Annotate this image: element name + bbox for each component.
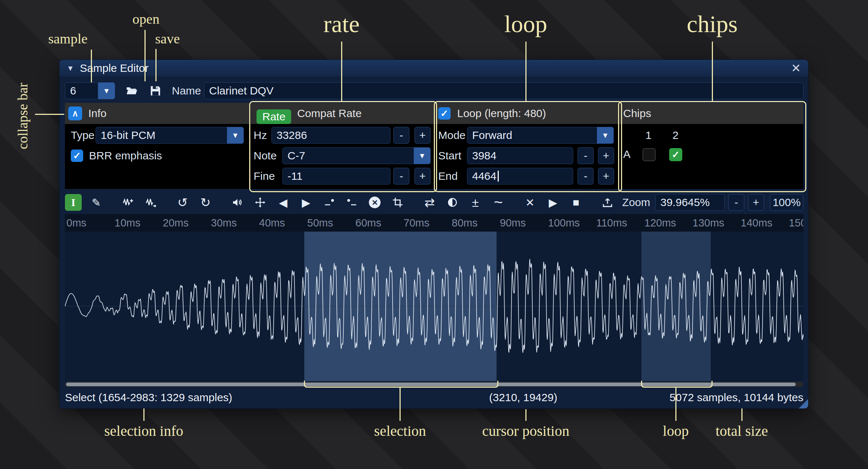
annotation-collapse-bar-label: collapse bar bbox=[15, 83, 31, 150]
ruler-tick-label: 30ms bbox=[211, 217, 237, 229]
rate-badge[interactable]: Rate bbox=[256, 109, 291, 124]
sample-number-field[interactable]: 6 bbox=[65, 82, 98, 99]
plus-icon: + bbox=[419, 170, 426, 182]
select-tool-button[interactable]: I bbox=[65, 194, 82, 211]
fine-plus-button[interactable]: + bbox=[414, 168, 431, 185]
selection-info-text: Select (1654-2983: 1329 samples) bbox=[65, 391, 232, 404]
loop-end-minus-button[interactable]: - bbox=[578, 168, 594, 185]
annotation-chips-label: chips bbox=[687, 10, 737, 38]
loop-start-plus-button[interactable]: + bbox=[598, 147, 614, 164]
rate-panel: Rate Compat Rate Hz 33286 - + Note C-7 ▼… bbox=[251, 103, 434, 189]
floppy-save-icon bbox=[149, 85, 162, 97]
hz-field[interactable]: 33286 bbox=[271, 127, 390, 144]
annotation-total-size-label: total size bbox=[715, 422, 768, 439]
create-wavetable-button[interactable] bbox=[599, 194, 616, 211]
save-button[interactable] bbox=[147, 82, 164, 99]
fade-out-button[interactable]: ▶ bbox=[298, 194, 315, 211]
redo-icon: ↻ bbox=[200, 195, 211, 210]
crossfade-button[interactable]: ✕ bbox=[522, 194, 539, 211]
brr-emphasis-checkbox[interactable]: ✓ bbox=[71, 150, 83, 162]
loop-panel: ✓ Loop (length: 480) Mode Forward ▼ Star… bbox=[435, 103, 619, 189]
collapse-bar-button[interactable]: ∧ bbox=[68, 106, 82, 120]
fade-in-button[interactable]: ◀ bbox=[275, 194, 292, 211]
loop-start-field[interactable]: 3984 bbox=[467, 147, 573, 164]
resample-button[interactable] bbox=[143, 194, 159, 211]
loop-enable-checkbox[interactable]: ✓ bbox=[438, 107, 451, 120]
loop-end-plus-button[interactable]: + bbox=[598, 168, 614, 185]
note-dropdown[interactable]: C-7 bbox=[282, 147, 431, 164]
redo-button[interactable]: ↻ bbox=[197, 194, 214, 211]
plus-icon: + bbox=[419, 129, 426, 142]
invert-button[interactable] bbox=[444, 194, 461, 211]
normalize-button[interactable] bbox=[252, 194, 269, 211]
annotation-line-loop-bottom bbox=[675, 387, 676, 421]
hz-minus-button[interactable]: - bbox=[393, 127, 409, 144]
amplify-button[interactable] bbox=[229, 194, 246, 211]
title-bar[interactable]: ▼ Sample Editor ✕ bbox=[59, 60, 808, 77]
zoom-reset-button[interactable]: 100% bbox=[770, 194, 803, 211]
loop-mode-dropdown-button[interactable]: ▼ bbox=[597, 127, 614, 144]
chips-panel: Chips 1 2 A ✓ bbox=[620, 103, 803, 189]
mode-label: Mode bbox=[438, 127, 466, 144]
annotation-sample-label: sample bbox=[48, 31, 88, 47]
info-panel-header: ∧ Info bbox=[65, 103, 250, 124]
tilde-icon: ~ bbox=[494, 194, 503, 211]
minus-icon: - bbox=[400, 170, 403, 182]
annotation-line-selection bbox=[400, 387, 401, 421]
type-dropdown[interactable]: 16-bit PCM bbox=[96, 127, 244, 144]
minus-icon: - bbox=[400, 129, 403, 142]
note-value: C-7 bbox=[288, 150, 305, 162]
fine-minus-button[interactable]: - bbox=[393, 168, 409, 185]
zoom-out-button[interactable]: - bbox=[728, 194, 744, 211]
annotation-line-open bbox=[144, 30, 146, 81]
waveform-area[interactable] bbox=[65, 232, 803, 381]
hz-plus-button[interactable]: + bbox=[414, 127, 431, 144]
annotation-open-label: open bbox=[132, 11, 159, 27]
sample-number-dropdown-button[interactable]: ▼ bbox=[98, 82, 115, 99]
delete-button[interactable]: × bbox=[367, 194, 383, 211]
insert-silence-button[interactable] bbox=[321, 194, 337, 211]
cross-icon: ✕ bbox=[525, 196, 535, 209]
minus-icon: - bbox=[584, 170, 587, 182]
name-value: Clarinet DQV bbox=[209, 85, 274, 97]
undo-button[interactable]: ↺ bbox=[174, 194, 191, 211]
chip-a1-checkbox[interactable] bbox=[643, 148, 656, 161]
preview-button[interactable]: ▶ bbox=[545, 194, 562, 211]
annotation-cursor-position-label: cursor position bbox=[482, 422, 570, 439]
close-icon[interactable]: ✕ bbox=[791, 61, 801, 75]
zoom-label: Zoom bbox=[622, 196, 650, 209]
filter-button[interactable]: ~ bbox=[490, 194, 507, 211]
name-field[interactable]: Clarinet DQV bbox=[204, 82, 803, 99]
i-beam-icon: I bbox=[71, 196, 76, 209]
chip-row-a-label: A bbox=[623, 146, 630, 163]
open-button[interactable] bbox=[123, 82, 140, 99]
draw-tool-button[interactable]: ✎ bbox=[88, 194, 105, 211]
zoom-in-button[interactable]: + bbox=[748, 194, 764, 211]
reverse-button[interactable]: ⇄ bbox=[421, 194, 438, 211]
chevron-down-icon: ▼ bbox=[602, 131, 609, 140]
ruler-tick-label: 20ms bbox=[163, 217, 189, 229]
brr-emphasis-label: BRR emphasis bbox=[89, 147, 162, 164]
loop-start-minus-button[interactable]: - bbox=[578, 147, 594, 164]
note-dropdown-button[interactable]: ▼ bbox=[414, 147, 431, 164]
window-collapse-icon[interactable]: ▼ bbox=[67, 64, 74, 73]
play-icon: ▶ bbox=[549, 196, 557, 209]
resize-button[interactable] bbox=[120, 194, 136, 211]
loop-panel-header: ✓ Loop (length: 480) bbox=[435, 103, 619, 124]
annotation-line-cursor-position bbox=[525, 409, 526, 421]
loop-end-field[interactable]: 4464 bbox=[467, 168, 573, 185]
annotation-line-chips bbox=[712, 42, 713, 101]
chip-a2-checkbox[interactable]: ✓ bbox=[669, 148, 682, 161]
trim-button[interactable] bbox=[389, 194, 406, 211]
fine-field[interactable]: -11 bbox=[282, 168, 390, 185]
apply-silence-button[interactable] bbox=[344, 194, 360, 211]
fine-label: Fine bbox=[254, 168, 275, 185]
zoom-field[interactable]: 39.9645% bbox=[655, 194, 725, 211]
type-dropdown-button[interactable]: ▼ bbox=[227, 127, 244, 144]
rate-panel-header: Rate Compat Rate bbox=[251, 103, 434, 124]
sign-button[interactable]: ± bbox=[467, 194, 484, 211]
annotation-save-label: save bbox=[155, 31, 180, 47]
stop-button[interactable]: ■ bbox=[568, 194, 585, 211]
loop-mode-dropdown[interactable]: Forward bbox=[467, 127, 614, 144]
window-resize-handle[interactable] bbox=[799, 399, 808, 408]
